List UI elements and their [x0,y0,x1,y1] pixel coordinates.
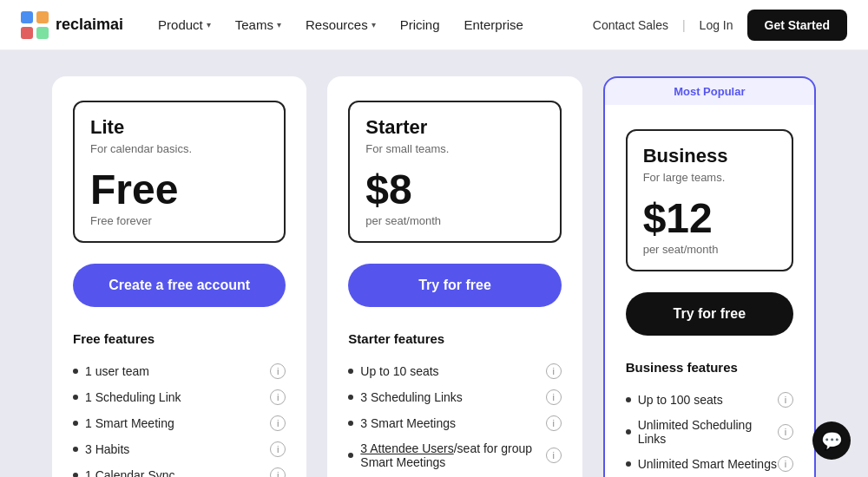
plan-price-label-lite: Free forever [90,214,268,227]
plan-header-business: Business For large teams. $12 per seat/m… [626,129,793,271]
contact-sales-link[interactable]: Contact Sales [593,18,668,32]
plan-header-lite: Lite For calendar basics. Free Free fore… [73,101,286,243]
nav-divider: | [682,18,686,32]
bullet-icon [73,447,78,452]
feature-item: 1 user team i [73,358,286,384]
features-title-business: Business features [626,360,793,375]
log-in-link[interactable]: Log In [700,18,733,32]
navbar: reclaimai Product ▾ Teams ▾ Resources ▾ … [0,0,868,50]
info-icon[interactable]: i [778,392,793,408]
info-icon[interactable]: i [270,389,286,405]
bullet-icon [73,473,78,477]
chevron-down-icon: ▾ [207,20,211,29]
plan-card-starter: Starter For small teams. $8 per seat/mon… [327,76,582,477]
bullet-icon [348,395,353,400]
info-icon[interactable]: i [546,448,562,463]
bullet-icon [73,395,78,400]
chevron-down-icon: ▾ [372,20,376,29]
feature-item: 1 Scheduling Link i [73,384,286,410]
nav-item-product[interactable]: Product ▾ [148,10,221,39]
bullet-icon [626,429,631,435]
feature-item: 1 Smart Meeting i [73,410,286,436]
feature-item: 3 Attendee Users/seat for group Smart Me… [348,436,561,474]
plan-subtitle-starter: For small teams. [365,142,543,155]
most-popular-badge: Most Popular [603,76,816,105]
plan-card-wrapper-business: Most Popular Business For large teams. $… [603,76,816,477]
info-icon[interactable]: i [270,363,286,379]
plan-subtitle-lite: For calendar basics. [90,142,268,155]
nav-item-pricing[interactable]: Pricing [390,10,450,39]
info-icon[interactable]: i [546,363,562,379]
features-title-lite: Free features [73,331,286,346]
svg-rect-3 [36,27,49,39]
nav-left: Product ▾ Teams ▾ Resources ▾ Pricing En… [148,10,593,39]
bullet-icon [348,453,353,458]
try-for-free-button-starter[interactable]: Try for free [348,264,561,307]
bullet-icon [73,369,78,374]
feature-item: 1 Calendar Sync i [73,462,286,477]
feature-item: Up to 10 seats i [348,358,561,384]
info-icon[interactable]: i [270,467,286,477]
bullet-icon [73,421,78,426]
feature-item: 3 Habits i [73,436,286,462]
nav-item-enterprise[interactable]: Enterprise [454,10,534,39]
get-started-button[interactable]: Get Started [747,10,847,41]
plan-price-business: $12 [643,198,776,239]
plan-name-lite: Lite [90,116,268,139]
plan-price-starter: $8 [365,169,543,211]
info-icon[interactable]: i [270,415,286,431]
features-title-starter: Starter features [348,331,561,346]
bullet-icon [348,369,353,374]
features-list-lite: 1 user team i 1 Scheduling Link i 1 Smar… [73,358,286,477]
features-list-starter: Up to 10 seats i 3 Scheduling Links i 3 … [348,358,561,477]
svg-rect-1 [36,11,49,23]
logo-text: reclaimai [56,16,123,34]
info-icon[interactable]: i [778,424,793,440]
chat-bubble[interactable]: 💬 [812,421,851,460]
bullet-icon [626,461,631,467]
chat-icon: 💬 [821,430,843,451]
info-icon[interactable]: i [546,389,562,405]
create-free-account-button[interactable]: Create a free account [73,264,286,307]
plan-price-lite: Free [90,169,268,211]
pricing-section: Lite For calendar basics. Free Free fore… [0,50,868,477]
plan-name-starter: Starter [365,116,543,139]
info-icon[interactable]: i [270,441,286,457]
info-icon[interactable]: i [546,415,562,431]
feature-item: Unlimited Scheduling Links i [626,413,793,451]
feature-item: 3 Scheduling Links i [348,384,561,410]
try-for-free-button-business[interactable]: Try for free [626,292,793,336]
plan-price-label-business: per seat/month [643,243,776,256]
plan-card-business: Business For large teams. $12 per seat/m… [603,105,816,477]
bullet-icon [348,421,353,426]
plan-name-business: Business [643,145,776,167]
nav-right: Contact Sales | Log In Get Started [593,10,847,41]
nav-item-resources[interactable]: Resources ▾ [295,10,386,39]
feature-item: Unlimited Smart Meetings i [626,451,793,477]
chevron-down-icon: ▾ [277,20,281,29]
feature-item: 3 Smart Meetings i [348,410,561,436]
plan-header-starter: Starter For small teams. $8 per seat/mon… [348,101,561,243]
bullet-icon [626,397,631,402]
feature-item: Up to 100 seats i [626,387,793,413]
features-list-business: Up to 100 seats i Unlimited Scheduling L… [626,387,793,477]
plan-price-label-starter: per seat/month [365,214,543,227]
logo[interactable]: reclaimai [21,11,123,39]
info-icon[interactable]: i [778,456,793,472]
svg-rect-2 [21,27,33,39]
nav-item-teams[interactable]: Teams ▾ [225,10,292,39]
plan-card-lite: Lite For calendar basics. Free Free fore… [52,76,306,477]
plan-subtitle-business: For large teams. [643,171,776,184]
svg-rect-0 [21,11,33,23]
